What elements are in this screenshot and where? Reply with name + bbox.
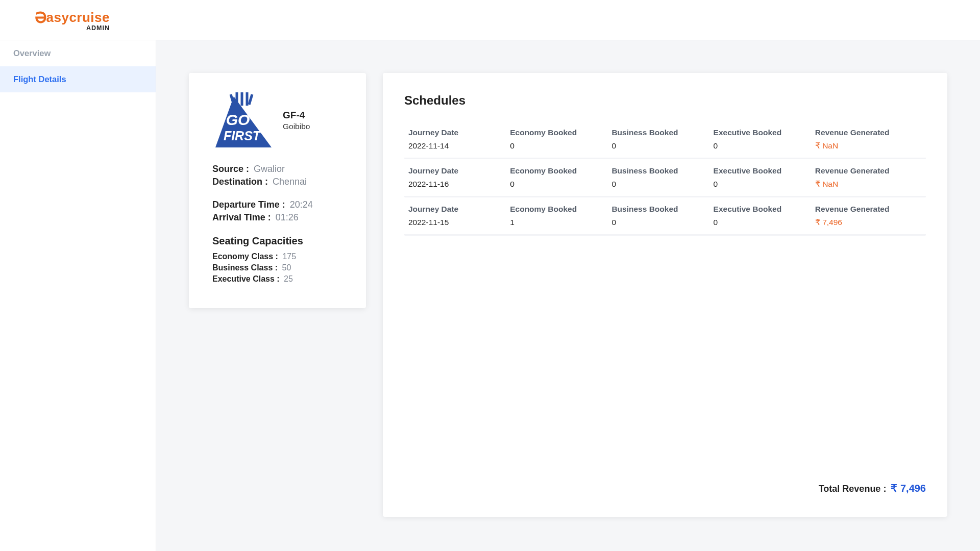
svg-line-3 xyxy=(231,94,234,105)
schedule-row: Journey Date 2022-11-16 Economy Booked 0… xyxy=(404,159,926,197)
executive-booked: 0 xyxy=(714,141,815,151)
journey-date: 2022-11-14 xyxy=(408,141,510,151)
sidebar: Overview Flight Details xyxy=(0,40,156,551)
departure-value: 20:24 xyxy=(290,199,313,210)
header: Ə asycruise ADMIN xyxy=(0,0,980,40)
schedule-row: Journey Date 2022-11-14 Economy Booked 0… xyxy=(404,121,926,159)
col-executive-header: Executive Booked xyxy=(714,205,815,214)
col-economy-header: Economy Booked xyxy=(510,205,611,214)
journey-date: 2022-11-15 xyxy=(408,218,510,227)
col-revenue-header: Revenue Generated xyxy=(815,166,922,176)
eco-label: Economy Class : xyxy=(212,252,280,261)
total-revenue-value: ₹ 7,496 xyxy=(891,483,926,494)
business-booked: 0 xyxy=(611,218,713,227)
col-business-header: Business Booked xyxy=(611,128,713,137)
total-revenue: Total Revenue : ₹ 7,496 xyxy=(404,472,926,494)
sidebar-item-overview[interactable]: Overview xyxy=(0,40,156,66)
revenue-generated: ₹ NaN xyxy=(815,141,922,151)
main-content: GO FIRST GF-4 Goibibo Source : Gwalior D… xyxy=(156,40,980,551)
col-economy-header: Economy Booked xyxy=(510,166,611,176)
executive-booked: 0 xyxy=(714,180,815,189)
revenue-generated: ₹ NaN xyxy=(815,180,922,189)
flight-info-card: GO FIRST GF-4 Goibibo Source : Gwalior D… xyxy=(189,73,366,308)
total-revenue-label: Total Revenue : xyxy=(819,484,889,494)
col-journey-header: Journey Date xyxy=(408,128,510,137)
economy-booked: 0 xyxy=(510,180,611,189)
flight-airline: Goibibo xyxy=(283,122,310,131)
flight-id: GF-4 xyxy=(283,110,310,121)
arrival-value: 01:26 xyxy=(276,212,299,222)
svg-line-4 xyxy=(249,94,252,105)
departure-label: Departure Time : xyxy=(212,199,288,210)
col-journey-header: Journey Date xyxy=(408,166,510,176)
economy-booked: 1 xyxy=(510,218,611,227)
col-executive-header: Executive Booked xyxy=(714,128,815,137)
seating-title: Seating Capacities xyxy=(212,235,342,247)
schedules-card: Schedules Journey Date 2022-11-14 Econom… xyxy=(383,73,947,517)
business-booked: 0 xyxy=(611,141,713,151)
col-economy-header: Economy Booked xyxy=(510,128,611,137)
biz-label: Business Class : xyxy=(212,263,280,272)
destination-value: Chennai xyxy=(273,177,307,187)
exe-label: Executive Class : xyxy=(212,274,282,283)
executive-booked: 0 xyxy=(714,218,815,227)
sidebar-item-flight-details[interactable]: Flight Details xyxy=(0,66,156,92)
col-revenue-header: Revenue Generated xyxy=(815,205,922,214)
col-journey-header: Journey Date xyxy=(408,205,510,214)
business-booked: 0 xyxy=(611,180,713,189)
arrival-label: Arrival Time : xyxy=(212,212,274,222)
source-label: Source : xyxy=(212,164,252,174)
exe-value: 25 xyxy=(284,274,293,283)
col-executive-header: Executive Booked xyxy=(714,166,815,176)
brand-subtitle: ADMIN xyxy=(86,24,110,32)
logo-mark-icon: Ə xyxy=(35,9,47,27)
col-revenue-header: Revenue Generated xyxy=(815,128,922,137)
col-business-header: Business Booked xyxy=(611,166,713,176)
schedule-row: Journey Date 2022-11-15 Economy Booked 1… xyxy=(404,197,926,236)
eco-value: 175 xyxy=(282,252,296,261)
airline-logo-icon: GO FIRST xyxy=(212,92,274,148)
svg-text:GO: GO xyxy=(226,111,250,128)
destination-label: Destination : xyxy=(212,177,271,187)
brand-name: asycruise xyxy=(46,10,110,26)
source-value: Gwalior xyxy=(254,164,285,174)
economy-booked: 0 xyxy=(510,141,611,151)
revenue-generated: ₹ 7,496 xyxy=(815,218,922,227)
journey-date: 2022-11-16 xyxy=(408,180,510,189)
svg-text:FIRST: FIRST xyxy=(224,129,262,143)
brand-logo[interactable]: Ə asycruise ADMIN xyxy=(35,9,110,32)
schedules-list: Journey Date 2022-11-14 Economy Booked 0… xyxy=(404,121,926,472)
col-business-header: Business Booked xyxy=(611,205,713,214)
schedules-title: Schedules xyxy=(404,93,926,108)
biz-value: 50 xyxy=(282,263,291,272)
